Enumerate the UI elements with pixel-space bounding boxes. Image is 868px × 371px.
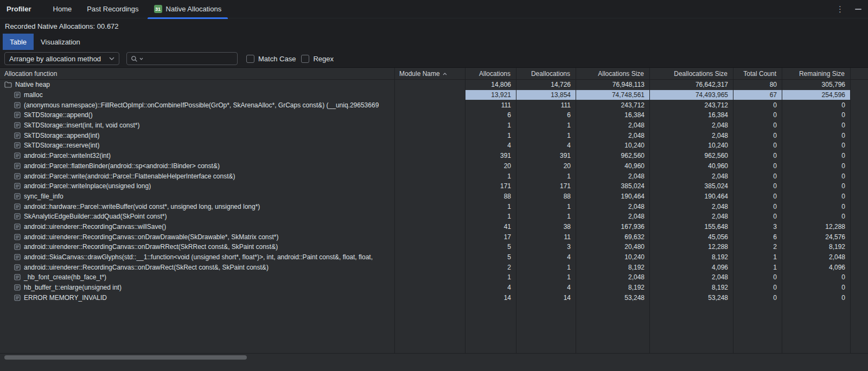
search-input[interactable] [145, 55, 233, 63]
allocation-function-cell: ERROR MEMORY_INVALID [0, 292, 395, 303]
tab-past-recordings[interactable]: Past Recordings [79, 0, 146, 18]
table-row[interactable]: sync_file_info 88 88 190,464 190,464 0 0 [0, 191, 868, 202]
allocation-function-label: android::uirenderer::RecordingCanvas::on… [24, 243, 278, 251]
table-row[interactable]: SkTDStorage::append(int) 1 1 2,048 2,048… [0, 130, 868, 140]
tab-native-allocations[interactable]: 31 Native Allocations [146, 0, 229, 18]
col-header-module-name[interactable]: Module Name [395, 68, 465, 79]
titlebar-actions: ⋮ [836, 4, 861, 14]
allocations-size-cell: 10,240 [576, 252, 650, 263]
col-header-deallocations-size[interactable]: Deallocations Size [650, 68, 733, 79]
allocations-cell: 17 [465, 232, 516, 242]
col-header-deallocations[interactable]: Deallocations [516, 68, 576, 79]
table-row[interactable]: android::hardware::Parcel::writeBuffer(v… [0, 201, 868, 212]
arrange-dropdown[interactable]: Arrange by allocation method [4, 52, 119, 65]
allocations-size-cell: 190,464 [576, 191, 650, 202]
search-icon [131, 55, 138, 62]
table-row[interactable]: malloc 13,921 13,854 74,748,561 74,493,9… [0, 90, 868, 100]
col-header-remaining-size[interactable]: Remaining Size [782, 68, 851, 79]
table-row[interactable]: SkTDStorage::reserve(int) 4 4 10,240 10,… [0, 140, 868, 151]
table-row[interactable]: android::uirenderer::RecordingCanvas::on… [0, 242, 868, 252]
remaining-size-cell: 0 [782, 181, 851, 191]
table-row[interactable]: android::uirenderer::RecordingCanvas::wi… [0, 222, 868, 232]
module-name-cell [395, 212, 465, 222]
table-row[interactable]: hb_buffer_t::enlarge(unsigned int) 4 4 8… [0, 283, 868, 293]
remaining-size-cell: 0 [782, 292, 851, 303]
table-row[interactable]: _hb_font_create(hb_face_t*) 1 1 2,048 2,… [0, 272, 868, 283]
table-row[interactable]: android::Parcel::writeInt32(int) 391 391… [0, 151, 868, 161]
allocation-function-label: ERROR MEMORY_INVALID [24, 294, 107, 302]
col-header-module-name-label: Module Name [399, 70, 440, 78]
deallocations-cell: 1 [516, 262, 576, 272]
allocation-function-cell: (anonymous namespace)::FillRectOpImpl::o… [0, 100, 395, 110]
app-title: Profiler [7, 5, 31, 13]
tab-visualization[interactable]: Visualization [34, 34, 87, 50]
deallocations-cell: 4 [516, 140, 576, 151]
allocations-cell: 391 [465, 151, 516, 161]
chevron-down-icon [109, 57, 114, 60]
allocations-cell: 1 [465, 130, 516, 140]
total-count-cell: 0 [733, 151, 782, 161]
function-icon [14, 132, 21, 139]
allocations-size-cell: 76,948,113 [576, 80, 650, 90]
col-header-total-count[interactable]: Total Count [733, 68, 782, 79]
match-case-checkbox[interactable]: Match Case [246, 55, 296, 63]
module-name-cell [395, 191, 465, 202]
deallocations-size-cell: 10,240 [650, 140, 733, 151]
allocation-function-cell: android::uirenderer::RecordingCanvas::wi… [0, 222, 395, 232]
table-row[interactable]: android::Parcel::flattenBinder(android::… [0, 161, 868, 171]
remaining-size-cell: 8,192 [782, 242, 851, 252]
total-count-cell: 0 [733, 212, 782, 222]
deallocations-size-cell: 962,560 [650, 151, 733, 161]
row-filler [851, 283, 868, 293]
module-name-cell [395, 201, 465, 212]
table-row[interactable]: (anonymous namespace)::FillRectOpImpl::o… [0, 100, 868, 110]
horizontal-scrollbar-thumb[interactable] [4, 355, 247, 360]
deallocations-cell: 1 [516, 171, 576, 181]
table-row[interactable]: Native heap 14,806 14,726 76,948,113 76,… [0, 80, 868, 90]
allocation-function-label: android::Parcel::writeInplace(unsigned l… [24, 182, 151, 190]
remaining-size-cell: 0 [782, 201, 851, 212]
table-row[interactable]: android::uirenderer::RecordingCanvas::on… [0, 232, 868, 242]
deallocations-size-cell: 2,048 [650, 120, 733, 131]
col-header-allocations[interactable]: Allocations [465, 68, 516, 79]
table-row[interactable]: SkAnalyticEdgeBuilder::addQuad(SkPoint c… [0, 212, 868, 222]
deallocations-size-cell: 2,048 [650, 272, 733, 283]
table-row[interactable]: ERROR MEMORY_INVALID 14 14 53,248 53,248… [0, 292, 868, 303]
top-tabs: Home Past Recordings 31 Native Allocatio… [46, 0, 229, 18]
row-filler [851, 191, 868, 202]
col-header-allocation-function[interactable]: Allocation function [0, 68, 395, 79]
table-row[interactable]: SkTDStorage::append() 6 6 16,384 16,384 … [0, 110, 868, 120]
module-name-cell [395, 80, 465, 90]
row-filler [851, 201, 868, 212]
module-name-cell [395, 232, 465, 242]
search-field[interactable] [126, 52, 238, 65]
table-row[interactable]: SkTDStorage::insert(int, int, void const… [0, 120, 868, 131]
table-row[interactable]: android::Parcel::writeInplace(unsigned l… [0, 181, 868, 191]
module-name-cell [395, 292, 465, 303]
row-filler [851, 242, 868, 252]
deallocations-size-cell: 53,248 [650, 292, 733, 303]
search-options-chevron-icon [139, 57, 143, 60]
more-options-icon[interactable]: ⋮ [836, 4, 844, 14]
table-row[interactable]: android::uirenderer::RecordingCanvas::on… [0, 262, 868, 272]
deallocations-size-cell: 12,288 [650, 242, 733, 252]
deallocations-size-cell: 45,056 [650, 232, 733, 242]
row-filler [851, 232, 868, 242]
module-name-cell [395, 90, 465, 100]
deallocations-cell: 171 [516, 181, 576, 191]
allocations-cell: 5 [465, 252, 516, 263]
function-icon [14, 163, 21, 169]
minimize-icon[interactable] [855, 9, 861, 10]
col-header-allocations-size[interactable]: Allocations Size [576, 68, 650, 79]
table-row[interactable]: android::Parcel::write(android::Parcel::… [0, 171, 868, 181]
module-name-cell [395, 262, 465, 272]
table-row[interactable]: android::SkiaCanvas::drawGlyphs(std::__1… [0, 252, 868, 263]
tab-table[interactable]: Table [3, 34, 34, 50]
total-count-cell: 0 [733, 110, 782, 120]
function-icon [14, 264, 21, 271]
regex-checkbox[interactable]: Regex [301, 55, 334, 63]
tab-home[interactable]: Home [46, 0, 80, 18]
horizontal-scrollbar[interactable] [0, 353, 868, 361]
allocations-cell: 20 [465, 161, 516, 171]
deallocations-cell: 88 [516, 191, 576, 202]
